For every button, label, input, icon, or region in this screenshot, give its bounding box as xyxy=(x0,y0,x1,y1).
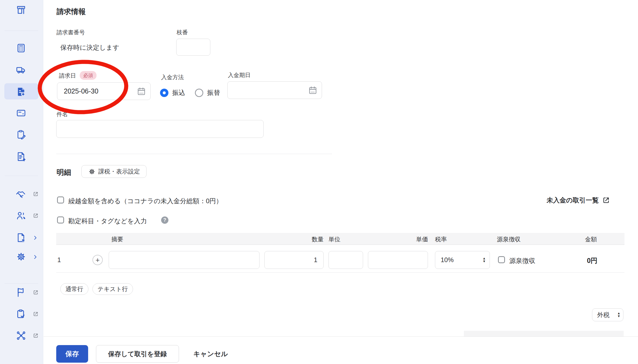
col-header-unit: 単位 xyxy=(328,235,340,243)
add-normal-row-button[interactable]: 通常行 xyxy=(60,283,88,295)
unit-input[interactable] xyxy=(328,251,363,269)
row-divider xyxy=(56,272,624,273)
branch-label: 枝番 xyxy=(177,29,188,36)
invoice-form-page: 請求情報 請求書番号 保存時に決定します 枝番 請求日必須 2025-06-30… xyxy=(0,0,638,364)
col-header-amount: 金額 xyxy=(573,235,597,243)
col-header-description: 摘要 xyxy=(111,235,123,243)
section-divider xyxy=(56,154,332,154)
card-icon xyxy=(16,108,26,119)
chevron-right-icon xyxy=(32,254,38,260)
external-link-icon xyxy=(33,213,39,219)
flag-icon xyxy=(16,287,26,299)
network-nodes-icon xyxy=(16,330,26,342)
cancel-button[interactable]: キャンセル xyxy=(193,345,228,363)
sidebar-item-invoice-selected[interactable] xyxy=(15,86,27,98)
select-arrows-icon: ▲▼ xyxy=(617,312,623,318)
subject-label: 件名 xyxy=(57,111,68,118)
sidebar-item-partners[interactable] xyxy=(15,189,27,201)
col-header-quantity: 数量 xyxy=(297,235,324,243)
external-link-icon xyxy=(602,196,610,204)
col-header-unit-price: 単価 xyxy=(403,235,428,243)
details-title: 明細 xyxy=(57,168,71,177)
external-link-icon xyxy=(33,191,39,197)
external-link-icon xyxy=(33,311,39,317)
document-upload-icon xyxy=(16,151,26,163)
tax-mode-select[interactable]: 外税 ▲▼ xyxy=(592,308,623,321)
required-badge: 必須 xyxy=(80,71,97,80)
help-icon[interactable]: ? xyxy=(161,216,168,224)
external-link-icon xyxy=(33,289,39,295)
withholding-label[interactable]: 源泉徴収 xyxy=(509,256,535,265)
people-icon xyxy=(16,210,26,222)
gear-icon xyxy=(16,251,26,263)
sidebar-item-calculator[interactable] xyxy=(15,43,27,55)
due-date-input[interactable] xyxy=(227,81,322,99)
line-items-header xyxy=(56,233,624,245)
radio-furikae[interactable] xyxy=(195,89,203,97)
calculator-icon xyxy=(16,43,26,55)
invoice-number-label: 請求書番号 xyxy=(57,29,85,36)
subject-input[interactable] xyxy=(56,120,264,138)
sidebar-item-flag[interactable] xyxy=(15,287,27,299)
truck-icon xyxy=(16,65,26,76)
sidebar-item-document-upload[interactable] xyxy=(15,151,27,163)
invoice-date-input[interactable]: 2025-06-30 xyxy=(57,82,151,100)
quantity-input[interactable]: 1 xyxy=(264,251,324,269)
handshake-icon xyxy=(15,188,27,201)
document-download-icon xyxy=(16,86,26,98)
withholding-checkbox[interactable] xyxy=(498,256,505,263)
sidebar-item-document-settings[interactable] xyxy=(15,232,27,244)
invoice-number-value: 保存時に決定します xyxy=(60,43,119,52)
unit-price-input[interactable] xyxy=(368,251,428,269)
sidebar-item-settings[interactable] xyxy=(15,251,27,263)
sidebar-item-integrations[interactable] xyxy=(15,330,27,342)
chevron-right-icon xyxy=(32,235,38,241)
tax-display-settings-button[interactable]: 課税・表示設定 xyxy=(81,165,147,178)
sidebar xyxy=(0,0,43,364)
unpaid-transactions-link[interactable]: 未入金の取引一覧 xyxy=(547,196,610,205)
save-button[interactable]: 保存 xyxy=(56,345,88,363)
account-items-checkbox-label[interactable]: 勘定科目・タグなどを入力 xyxy=(68,217,147,225)
col-header-withholding: 源泉徴収 xyxy=(497,235,521,243)
invoice-date-label-row: 請求日必須 xyxy=(59,71,97,80)
calendar-icon[interactable] xyxy=(308,86,322,95)
select-arrows-icon: ▲▼ xyxy=(483,257,490,263)
account-items-checkbox[interactable] xyxy=(57,216,64,223)
sidebar-item-clipboard-check[interactable] xyxy=(15,309,27,320)
clipboard-pencil-icon xyxy=(16,129,26,141)
payment-method-label: 入金方法 xyxy=(161,74,184,81)
radio-furikomi-selected[interactable] xyxy=(160,89,168,97)
due-date-label: 入金期日 xyxy=(228,71,251,79)
gear-small-icon xyxy=(88,168,96,175)
payment-method-radios: 振込 振替 xyxy=(160,88,220,97)
invoice-date-label: 請求日 xyxy=(59,72,76,79)
description-input[interactable] xyxy=(109,251,260,269)
amount-value: 0円 xyxy=(568,256,597,265)
branch-input[interactable] xyxy=(176,39,210,56)
sidebar-item-store[interactable] xyxy=(15,5,27,17)
sidebar-item-card[interactable] xyxy=(15,108,27,119)
add-line-button[interactable]: + xyxy=(92,255,103,265)
sidebar-item-truck[interactable] xyxy=(15,65,27,76)
calendar-icon[interactable] xyxy=(137,87,150,96)
radio-furikomi-label[interactable]: 振込 xyxy=(172,88,185,97)
invoice-date-value: 2025-06-30 xyxy=(57,87,98,95)
sidebar-divider xyxy=(5,31,38,31)
document-gear-icon xyxy=(16,232,26,244)
carryover-checkbox[interactable] xyxy=(57,196,64,203)
external-link-icon xyxy=(33,333,39,339)
col-header-tax-rate: 税率 xyxy=(435,235,447,243)
save-and-register-button[interactable]: 保存して取引を登録 xyxy=(96,345,179,363)
page-title: 請求情報 xyxy=(57,7,86,16)
sidebar-item-members[interactable] xyxy=(15,210,27,222)
sidebar-divider xyxy=(5,283,38,284)
tax-rate-select[interactable]: 10% ▲▼ xyxy=(435,251,490,269)
unpaid-transactions-link-label: 未入金の取引一覧 xyxy=(547,196,599,205)
carryover-checkbox-label[interactable]: 繰越金額を含める（ココナラの未入金分総額：0円） xyxy=(68,197,222,205)
radio-furikae-label[interactable]: 振替 xyxy=(207,88,220,97)
add-text-row-button[interactable]: テキスト行 xyxy=(92,283,133,295)
sidebar-item-clipboard-edit[interactable] xyxy=(15,129,27,141)
storefront-icon xyxy=(15,5,27,17)
sidebar-divider xyxy=(5,176,38,176)
row-index: 1 xyxy=(57,256,61,264)
